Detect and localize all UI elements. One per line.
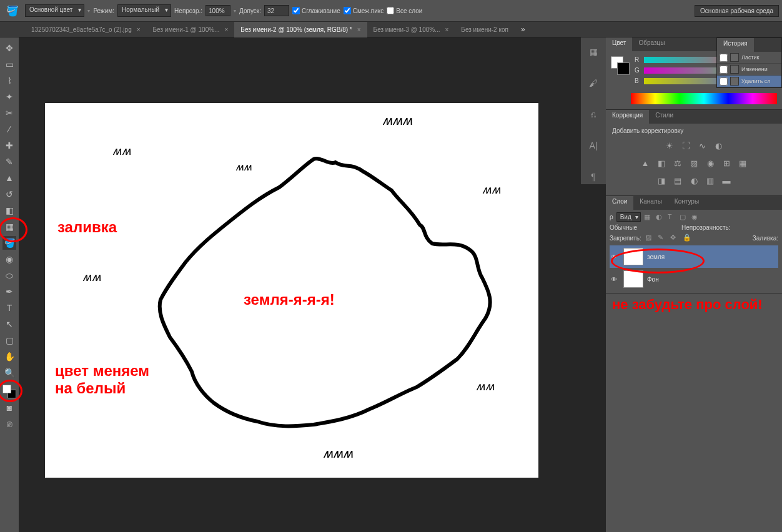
- tab-paths[interactable]: Контуры: [668, 196, 705, 210]
- close-icon[interactable]: ×: [224, 26, 228, 33]
- brushes-icon[interactable]: 🖌: [586, 75, 601, 91]
- eyedropper-tool-icon[interactable]: ⁄: [2, 122, 16, 136]
- tabs-overflow[interactable]: »: [515, 25, 532, 34]
- filter-smart-icon[interactable]: ◉: [691, 213, 700, 222]
- brush-tool-icon[interactable]: ✎: [2, 155, 16, 169]
- canvas-area: ʍʍ ʍʍʍ ʍʍ ʍʍ ʍʍ ʍʍ ʍʍʍ: [19, 37, 606, 532]
- opacity-input[interactable]: [205, 5, 230, 16]
- zoom-tool-icon[interactable]: 🔍: [2, 366, 16, 380]
- photo-filter-icon[interactable]: ◉: [704, 157, 716, 169]
- hue-icon[interactable]: ◧: [655, 157, 668, 169]
- channel-mixer-icon[interactable]: ⊞: [720, 157, 733, 169]
- quick-select-tool-icon[interactable]: ✦: [2, 90, 16, 104]
- color-spectrum[interactable]: [631, 93, 777, 104]
- gradient-map-icon[interactable]: ▬: [720, 174, 733, 187]
- visibility-icon[interactable]: 👁: [611, 254, 620, 260]
- type-tool-icon[interactable]: T: [2, 301, 16, 315]
- color-swatches[interactable]: [611, 56, 630, 75]
- history-item[interactable]: Изменени: [717, 64, 781, 76]
- lock-all-icon[interactable]: 🔒: [683, 234, 691, 242]
- clone-source-icon[interactable]: ⎌: [586, 106, 601, 122]
- contiguous-checkbox[interactable]: Смеж.пикс: [344, 7, 384, 14]
- swatches-icon[interactable]: ▦: [586, 44, 601, 59]
- history-item[interactable]: Удалить сл: [717, 76, 781, 87]
- eraser-tool-icon[interactable]: ◧: [2, 204, 16, 217]
- shape-tool-icon[interactable]: ▢: [2, 333, 16, 347]
- history-item[interactable]: Ластик: [717, 52, 781, 64]
- tab-color[interactable]: Цвет: [606, 37, 632, 51]
- lock-position-icon[interactable]: ✥: [670, 234, 679, 242]
- filter-kind-dropdown[interactable]: Вид: [616, 212, 641, 222]
- filter-shape-icon[interactable]: ▢: [680, 213, 688, 222]
- blur-tool-icon[interactable]: ◉: [2, 252, 16, 266]
- tab-styles[interactable]: Стили: [649, 110, 680, 124]
- curves-icon[interactable]: ∿: [696, 139, 708, 152]
- close-icon[interactable]: ×: [445, 26, 449, 33]
- vibrance-icon[interactable]: ▲: [639, 157, 651, 169]
- layer-name[interactable]: Фон: [647, 276, 659, 283]
- workspace-button[interactable]: Основная рабочая среда: [695, 5, 779, 17]
- quickmask-icon[interactable]: ◙: [2, 401, 16, 415]
- lock-pixels-icon[interactable]: ▨: [645, 234, 654, 242]
- tab-2[interactable]: Без имени-2 @ 100% (земля, RGB/8) *×: [234, 22, 367, 37]
- dodge-tool-icon[interactable]: ⬭: [2, 268, 16, 282]
- filter-type-icon[interactable]: T: [668, 213, 676, 222]
- filter-pixel-icon[interactable]: ▦: [644, 213, 653, 222]
- tab-channels[interactable]: Каналы: [633, 196, 668, 210]
- stamp-tool-icon[interactable]: ▲: [2, 171, 16, 185]
- layer-thumbnail[interactable]: [623, 270, 643, 288]
- threshold-icon[interactable]: ◐: [688, 174, 700, 187]
- antialias-checkbox[interactable]: Сглаживание: [292, 7, 340, 14]
- tab-3[interactable]: Без имени-3 @ 100%...×: [367, 22, 455, 37]
- lasso-tool-icon[interactable]: ⌇: [2, 74, 16, 87]
- move-tool-icon[interactable]: ✥: [2, 41, 16, 55]
- bucket-tool-icon[interactable]: 🪣: [2, 236, 16, 250]
- character-icon[interactable]: A|: [586, 137, 601, 153]
- healing-tool-icon[interactable]: ✚: [2, 139, 16, 152]
- lock-paint-icon[interactable]: ✎: [658, 234, 666, 242]
- history-brush-tool-icon[interactable]: ↺: [2, 187, 16, 201]
- bw-icon[interactable]: ▨: [688, 157, 700, 169]
- tab-0[interactable]: 13250702343_e8acfe5a7c_o (2).jpg×: [25, 22, 147, 37]
- color-picker[interactable]: [2, 385, 16, 398]
- gradient-tool-icon[interactable]: ▦: [2, 220, 16, 234]
- tab-layers[interactable]: Слои: [606, 196, 633, 210]
- blend-mode-dropdown[interactable]: Обычные: [610, 224, 678, 231]
- crop-tool-icon[interactable]: ✂: [2, 106, 16, 120]
- layer-name[interactable]: земля: [647, 254, 665, 260]
- pattern-picker[interactable]: ▾: [87, 8, 90, 14]
- tab-swatches[interactable]: Образцы: [632, 37, 671, 51]
- fg-dropdown[interactable]: Основной цвет: [25, 4, 84, 17]
- paragraph-icon[interactable]: ¶: [586, 169, 601, 184]
- tab-adjustments[interactable]: Коррекция: [606, 110, 649, 124]
- visibility-icon[interactable]: 👁: [611, 276, 620, 283]
- layer-item[interactable]: 👁 Фон: [610, 268, 778, 290]
- marquee-tool-icon[interactable]: ▭: [2, 57, 16, 71]
- pen-tool-icon[interactable]: ✒: [2, 285, 16, 298]
- bucket-icon: 🪣: [3, 1, 22, 20]
- color-balance-icon[interactable]: ⚖: [671, 157, 684, 169]
- close-icon[interactable]: ×: [137, 26, 141, 33]
- mode-dropdown[interactable]: Нормальный: [117, 4, 171, 17]
- lookup-icon[interactable]: ▦: [736, 157, 749, 169]
- foreground-color[interactable]: [2, 385, 11, 393]
- hand-tool-icon[interactable]: ✋: [2, 350, 16, 363]
- layer-item[interactable]: 👁 земля: [610, 245, 778, 268]
- brightness-icon[interactable]: ☀: [663, 139, 676, 152]
- tab-history[interactable]: История: [717, 38, 754, 52]
- exposure-icon[interactable]: ◐: [712, 139, 725, 152]
- selective-icon[interactable]: ▥: [704, 174, 716, 187]
- tolerance-input[interactable]: [264, 5, 289, 16]
- all-layers-checkbox[interactable]: Все слои: [387, 7, 422, 14]
- posterize-icon[interactable]: ▤: [671, 174, 684, 187]
- layer-thumbnail[interactable]: [623, 248, 643, 265]
- screenmode-icon[interactable]: ⎚: [2, 417, 16, 431]
- levels-icon[interactable]: ⛶: [680, 139, 692, 152]
- tab-4[interactable]: Без имени-2 коп: [455, 22, 515, 37]
- invert-icon[interactable]: ◨: [655, 174, 668, 187]
- filter-adjust-icon[interactable]: ◐: [656, 213, 665, 222]
- close-icon[interactable]: ×: [357, 26, 361, 33]
- tab-1[interactable]: Без имени-1 @ 100%...×: [147, 22, 235, 37]
- canvas[interactable]: ʍʍ ʍʍʍ ʍʍ ʍʍ ʍʍ ʍʍ ʍʍʍ: [45, 103, 538, 478]
- path-select-tool-icon[interactable]: ↖: [2, 317, 16, 331]
